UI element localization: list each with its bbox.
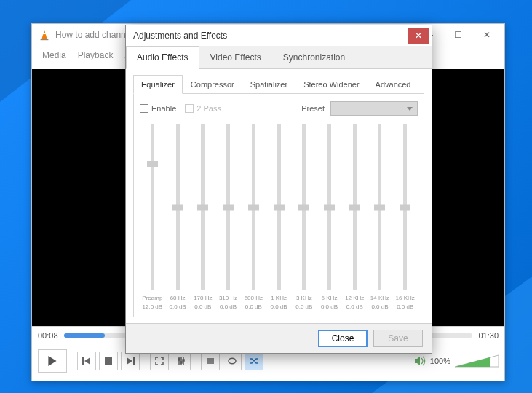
- vlc-cone-icon: [38, 28, 51, 41]
- loop-button[interactable]: [223, 352, 242, 370]
- svg-rect-2: [41, 39, 49, 40]
- close-button[interactable]: Close: [318, 330, 368, 347]
- eq-band-hz: 170 Hz: [194, 295, 212, 303]
- maximize-button[interactable]: ☐: [443, 25, 472, 45]
- svg-rect-12: [178, 359, 180, 360]
- eq-band-slider[interactable]: 310 Hz0.0 dB: [215, 123, 241, 312]
- stop-button[interactable]: [99, 352, 118, 370]
- svg-marker-5: [84, 357, 90, 365]
- svg-rect-1: [42, 33, 46, 34]
- eq-band-db: 0.0 dB: [295, 303, 312, 312]
- eq-band-db: 0.0 dB: [371, 303, 388, 312]
- subtab-stereo-widener[interactable]: Stereo Widener: [295, 75, 367, 93]
- eq-band-db: 0.0 dB: [346, 303, 363, 312]
- dialog-titlebar: Adjustments and Effects ✕: [126, 25, 432, 46]
- eq-band-slider[interactable]: 16 KHz0.0 dB: [392, 123, 418, 312]
- equalizer-panel: Enable 2 Pass Preset Preamp12.0 dB60 Hz0…: [133, 94, 424, 317]
- fullscreen-button[interactable]: [150, 352, 169, 370]
- save-button: Save: [373, 330, 423, 347]
- dialog-title: Adjustments and Effects: [133, 31, 227, 41]
- eq-band-db: 0.0 dB: [194, 303, 211, 312]
- eq-band-hz: 16 KHz: [396, 295, 415, 303]
- svg-rect-13: [180, 362, 182, 363]
- menu-media[interactable]: Media: [36, 47, 72, 63]
- enable-checkbox[interactable]: Enable: [140, 104, 176, 113]
- time-total: 01:30: [478, 331, 499, 340]
- eq-band-db: 0.0 dB: [397, 303, 413, 312]
- dialog-close-button[interactable]: ✕: [408, 28, 429, 44]
- play-button[interactable]: [38, 349, 67, 373]
- tab-audio-effects[interactable]: Audio Effects: [126, 46, 199, 69]
- adjustments-effects-dialog: Adjustments and Effects ✕ Audio Effects …: [125, 25, 432, 354]
- eq-band-db: 0.0 dB: [220, 303, 237, 312]
- preset-dropdown[interactable]: [330, 101, 418, 116]
- preamp-value: 12.0 dB: [143, 303, 163, 312]
- subtab-advanced[interactable]: Advanced: [368, 75, 419, 93]
- preset-label: Preset: [301, 104, 325, 113]
- shuffle-button[interactable]: [245, 352, 263, 370]
- eq-band-db: 0.0 dB: [170, 303, 186, 312]
- twopass-checkbox: 2 Pass: [185, 104, 221, 113]
- eq-band-slider[interactable]: 600 Hz0.0 dB: [241, 123, 266, 312]
- menu-playback[interactable]: Playback: [72, 47, 119, 63]
- svg-rect-8: [133, 357, 135, 365]
- time-elapsed: 00:08: [38, 331, 58, 340]
- svg-rect-4: [82, 357, 84, 365]
- eq-band-hz: 3 KHz: [296, 295, 312, 303]
- preamp-label: Preamp: [142, 295, 162, 303]
- eq-band-hz: 6 KHz: [322, 295, 338, 303]
- eq-band-hz: 60 Hz: [170, 295, 186, 303]
- eq-band-slider[interactable]: 1 KHz0.0 dB: [266, 123, 292, 312]
- svg-rect-14: [183, 360, 184, 361]
- subtab-spatializer[interactable]: Spatializer: [242, 75, 295, 93]
- eq-band-hz: 1 KHz: [271, 295, 287, 303]
- window-close-button[interactable]: ✕: [472, 25, 501, 45]
- playlist-button[interactable]: [201, 352, 220, 370]
- volume-percent: 100%: [430, 357, 450, 365]
- eq-band-hz: 310 Hz: [219, 295, 237, 303]
- eq-band-db: 0.0 dB: [245, 303, 262, 312]
- speaker-icon[interactable]: [414, 356, 426, 366]
- tab-video-effects[interactable]: Video Effects: [199, 46, 272, 68]
- volume-slider[interactable]: [455, 354, 499, 368]
- preamp-slider[interactable]: Preamp12.0 dB: [140, 123, 165, 312]
- eq-band-hz: 12 KHz: [345, 295, 364, 303]
- svg-rect-6: [105, 357, 112, 365]
- svg-marker-7: [127, 357, 132, 365]
- eq-band-slider[interactable]: 170 Hz0.0 dB: [190, 123, 215, 312]
- eq-band-hz: 600 Hz: [245, 295, 263, 303]
- main-tabs: Audio Effects Video Effects Synchronizat…: [126, 46, 432, 69]
- prev-button[interactable]: [77, 352, 96, 370]
- tab-synchronization[interactable]: Synchronization: [272, 46, 356, 68]
- svg-marker-3: [48, 356, 56, 366]
- next-button[interactable]: [121, 352, 140, 370]
- eq-band-slider[interactable]: 60 Hz0.0 dB: [165, 123, 191, 312]
- eq-band-slider[interactable]: 3 KHz0.0 dB: [291, 123, 317, 312]
- extended-settings-button[interactable]: [172, 352, 191, 370]
- subtab-equalizer[interactable]: Equalizer: [133, 75, 183, 94]
- eq-band-hz: 14 KHz: [370, 295, 389, 303]
- eq-band-slider[interactable]: 12 KHz0.0 dB: [342, 123, 368, 312]
- eq-band-slider[interactable]: 14 KHz0.0 dB: [368, 123, 393, 312]
- eq-band-slider[interactable]: 6 KHz0.0 dB: [317, 123, 342, 312]
- audio-subtabs: Equalizer Compressor Spatializer Stereo …: [133, 75, 424, 94]
- eq-band-db: 0.0 dB: [321, 303, 338, 312]
- subtab-compressor[interactable]: Compressor: [183, 75, 242, 93]
- svg-marker-18: [415, 357, 420, 365]
- eq-band-db: 0.0 dB: [270, 303, 287, 312]
